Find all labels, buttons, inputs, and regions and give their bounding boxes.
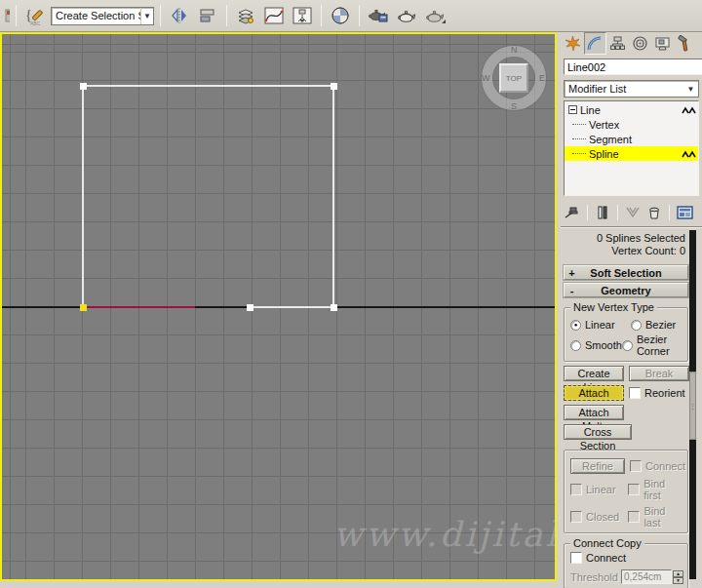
align-icon[interactable]	[195, 3, 220, 28]
checkbox-label: Bind first	[644, 478, 683, 501]
create-line-button[interactable]: Create Line	[564, 366, 624, 381]
checkbox-label: Bind last	[644, 505, 683, 529]
panel-scrollbar[interactable]: ⋮	[689, 230, 696, 579]
spline-edge-right[interactable]	[332, 85, 334, 308]
collapse-icon[interactable]	[568, 105, 577, 114]
named-selection-set-combo[interactable]: Create Selection Se ▼	[51, 7, 154, 25]
stack-row-line[interactable]: Line	[565, 102, 698, 117]
modifier-stack[interactable]: Line Vertex Segment Spline	[564, 100, 699, 196]
named-selection-set-value: Create Selection Se	[52, 10, 140, 21]
rollout-expand-icon[interactable]: +	[566, 267, 577, 279]
vertex-top-right[interactable]	[331, 83, 337, 90]
tab-modify[interactable]	[584, 32, 606, 55]
configure-modifier-sets-icon[interactable]	[675, 203, 694, 222]
checkbox-box[interactable]	[628, 511, 640, 523]
checkbox-box[interactable]	[570, 511, 582, 523]
radio-bezier[interactable]: Bezier	[631, 319, 676, 331]
viewport-grid[interactable]: www.dijitalde N S E W TOP	[2, 34, 555, 579]
bind-last-checkbox-disabled[interactable]: Bind last	[628, 505, 683, 529]
tab-display[interactable]	[651, 32, 674, 55]
radio-bezier-corner[interactable]: Bezier Corner	[622, 333, 683, 357]
connect-copy-checkbox[interactable]: Connect	[570, 552, 626, 564]
bind-first-checkbox-disabled[interactable]: Bind first	[628, 478, 683, 501]
spinner-arrows[interactable]: ▲▼	[673, 570, 683, 584]
radio-dot[interactable]: ●	[570, 320, 581, 331]
mirror-icon[interactable]	[167, 3, 192, 28]
combo-dropdown-arrow-icon[interactable]: ▼	[140, 8, 153, 24]
toolbar-separator	[16, 5, 17, 26]
remove-modifier-icon[interactable]	[644, 203, 664, 222]
curve-editor-icon[interactable]	[261, 3, 287, 28]
rendered-frame-window-icon[interactable]	[394, 3, 419, 28]
schematic-view-icon[interactable]	[290, 3, 315, 28]
red-spline-segment[interactable]	[82, 306, 195, 308]
edit-named-selection-sets-icon[interactable]: { ABC	[22, 3, 48, 28]
rollout-collapse-icon[interactable]: -	[566, 285, 577, 296]
vertex-top-left[interactable]	[80, 83, 87, 90]
checkbox-box[interactable]	[570, 484, 582, 495]
panel-divider	[561, 226, 702, 228]
refine-button[interactable]: Refine	[570, 458, 625, 474]
threshold-value-field[interactable]	[621, 569, 672, 584]
watermark-text: www.dijitalde	[333, 515, 557, 554]
viewcube[interactable]: N S E W TOP	[482, 46, 546, 110]
modifier-list-dropdown[interactable]: Modifier List ▼	[564, 80, 699, 98]
make-unique-icon[interactable]	[623, 203, 643, 222]
vertex-bottom-right[interactable]	[331, 304, 337, 311]
reorient-checkbox[interactable]: Reorient	[629, 387, 685, 399]
stack-row-spline-selected[interactable]: Spline	[565, 146, 698, 161]
attach-button-active[interactable]: Attach	[564, 385, 624, 401]
viewcube-top-face[interactable]: TOP	[499, 63, 528, 93]
checkbox-box[interactable]	[630, 460, 642, 472]
spinner-down-icon[interactable]: ▼	[673, 577, 683, 584]
group-label: New Vertex Type	[570, 301, 657, 313]
modifier-list-label: Modifier List	[565, 83, 683, 95]
radio-linear[interactable]: ● Linear	[570, 319, 631, 331]
render-setup-icon[interactable]	[366, 3, 391, 28]
attach-mult-button[interactable]: Attach Mult.	[564, 405, 624, 420]
command-panel-tabs	[561, 32, 702, 56]
viewcube-north-label[interactable]: N	[511, 45, 518, 55]
modifier-list-arrow-icon[interactable]: ▼	[683, 81, 698, 97]
scrollbar-grip-icon: ⋮	[689, 405, 696, 408]
spline-edge-left[interactable]	[82, 85, 84, 308]
scrollbar-thumb[interactable]: ⋮	[689, 372, 696, 440]
radio-dot[interactable]	[631, 320, 642, 331]
checkbox-box[interactable]	[629, 387, 641, 399]
show-end-result-icon[interactable]	[593, 203, 612, 222]
vertex-bottom-mid[interactable]	[247, 304, 254, 311]
radio-smooth[interactable]: Smooth	[570, 333, 622, 357]
spline-edge-bottom[interactable]	[250, 306, 334, 308]
viewcube-east-label[interactable]: E	[539, 73, 545, 83]
render-production-icon[interactable]	[422, 3, 448, 28]
spline-edge-top[interactable]	[82, 85, 334, 87]
spinner-up-icon[interactable]: ▲	[673, 570, 683, 577]
tab-create[interactable]	[562, 32, 584, 55]
rollout-geometry[interactable]: - Geometry	[564, 283, 688, 297]
viewcube-south-label[interactable]: S	[511, 101, 517, 111]
tab-utilities[interactable]	[674, 32, 696, 55]
stack-row-vertex[interactable]: Vertex	[565, 117, 698, 132]
tab-motion[interactable]	[629, 32, 651, 55]
layer-manager-icon[interactable]	[233, 3, 258, 28]
object-name-field[interactable]	[564, 59, 702, 75]
stack-row-segment[interactable]: Segment	[565, 132, 698, 146]
cross-section-button[interactable]: Cross Section	[564, 424, 632, 440]
closed-checkbox-disabled[interactable]: Closed	[570, 511, 623, 523]
radio-dot[interactable]	[622, 340, 633, 351]
material-editor-icon[interactable]	[328, 3, 353, 28]
first-vertex-yellow[interactable]	[80, 304, 87, 311]
radio-dot[interactable]	[570, 340, 581, 351]
main-toolbar: { ABC Create Selection Se ▼	[0, 0, 702, 32]
pin-stack-icon[interactable]	[563, 203, 582, 222]
tab-hierarchy[interactable]	[606, 32, 629, 55]
connect-checkbox-disabled[interactable]: Connect	[630, 460, 685, 472]
viewcube-west-label[interactable]: W	[482, 73, 490, 83]
connect-threshold-spinner[interactable]: ▲▼	[621, 569, 683, 584]
checkbox-box[interactable]	[628, 484, 640, 495]
top-viewport[interactable]: www.dijitalde N S E W TOP	[0, 32, 557, 581]
rollout-soft-selection[interactable]: + Soft Selection	[564, 265, 688, 280]
linear-checkbox-disabled[interactable]: Linear	[570, 484, 623, 495]
break-button[interactable]: Break	[629, 366, 689, 381]
checkbox-box[interactable]	[570, 552, 582, 564]
